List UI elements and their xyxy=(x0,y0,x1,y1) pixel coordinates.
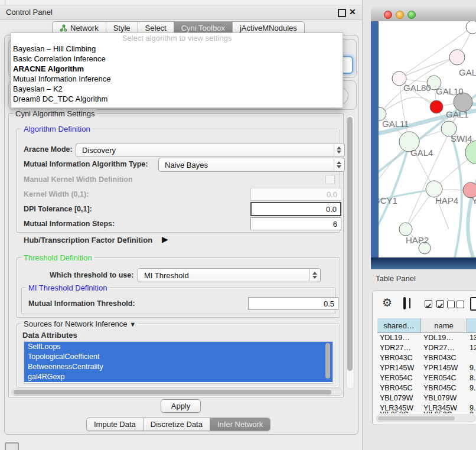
list-scrollbar-thumb[interactable] xyxy=(325,343,330,379)
node-label: GAL xyxy=(459,67,476,77)
table-horizontal-scrollbar[interactable] xyxy=(376,415,475,422)
settings-vertical-scrollbar[interactable] xyxy=(346,115,354,389)
scrollbar-thumb[interactable] xyxy=(14,390,331,394)
list-item[interactable]: BetweennessCentrality xyxy=(24,362,332,372)
cell: 9. xyxy=(470,363,476,373)
tab-infer-network[interactable]: Infer Network xyxy=(210,418,270,431)
tab-label: Infer Network xyxy=(217,420,263,429)
node[interactable] xyxy=(466,21,476,34)
node-label: GAL1 xyxy=(446,109,468,119)
dropdown-item[interactable]: Basic Correlation Inference xyxy=(11,54,343,64)
dropdown-item[interactable]: Bayesian – K2 xyxy=(11,84,343,94)
table-header-row: shared… name xyxy=(377,318,476,333)
dropdown-item[interactable]: Mutual Information Inference xyxy=(11,74,343,84)
panel-title: Control Panel xyxy=(6,8,53,17)
network-canvas[interactable]: GAL GAL80 GAL10 GAL1 GAL11 SWI4 GAL4 GCY… xyxy=(379,21,476,257)
kernel-width-label: Kernel Width (0,1): xyxy=(24,190,89,198)
document-icon[interactable] xyxy=(470,297,476,311)
node-hap4[interactable] xyxy=(426,181,442,197)
node-label: GAL80 xyxy=(403,83,431,93)
stepper-icon xyxy=(309,269,319,281)
hub-transcription-section-label[interactable]: Hub/Transcription Factor Definition xyxy=(24,236,152,244)
settings-group-title: Cyni Algorithm Settings xyxy=(13,109,97,118)
settings-horizontal-scrollbar[interactable] xyxy=(12,389,343,396)
split-columns-icon[interactable] xyxy=(403,297,406,309)
manual-kernel-width-checkbox[interactable] xyxy=(325,175,335,184)
close-traffic-light-icon[interactable] xyxy=(384,11,392,19)
expand-arrow-icon[interactable]: ▶ xyxy=(162,234,168,244)
table-body[interactable]: YDL19…YDL19…13 YDR27…YDR27…12 YBR043CYBR… xyxy=(377,333,476,413)
collapse-arrow-icon: ▼ xyxy=(129,321,136,328)
tab-label: Select xyxy=(145,24,167,32)
cell: YBL079W xyxy=(380,393,420,403)
node-hap2[interactable] xyxy=(399,223,412,236)
cell: YPR145W xyxy=(380,363,420,373)
apply-label: Apply xyxy=(171,402,191,410)
tab-discretize-data[interactable]: Discretize Data xyxy=(144,418,210,431)
dropdown-item-selected[interactable]: ARACNE Algorithm xyxy=(11,64,343,74)
close-icon[interactable]: ✕ xyxy=(349,7,356,17)
network-window-titlebar[interactable] xyxy=(371,6,476,22)
dropdown-item[interactable]: Dream8 DC_TDC Algorithm xyxy=(11,94,343,104)
apply-button[interactable]: Apply xyxy=(161,399,201,413)
table-panel-box: ⚙ shared… name YDL19…YDL19…13 YDR27…YDR2… xyxy=(372,291,476,425)
mi-threshold-field[interactable]: 0.5 xyxy=(248,297,338,310)
node-label: GCY1 xyxy=(379,195,397,206)
cell: YIL052C xyxy=(423,410,466,413)
column-header-shared-name[interactable]: shared… xyxy=(377,318,421,333)
field-value: 0.5 xyxy=(324,299,334,308)
zoom-traffic-light-icon[interactable] xyxy=(407,11,416,19)
mi-algorithm-type-select[interactable]: Naive Bayes xyxy=(158,158,345,172)
node-gal7[interactable] xyxy=(449,50,465,65)
field-value: 0.0 xyxy=(327,190,337,199)
window-edge-line xyxy=(5,0,5,5)
list-item[interactable]: SelfLoops xyxy=(24,342,332,352)
tab-label: Impute Data xyxy=(94,420,136,429)
which-threshold-select[interactable]: MI Threshold xyxy=(138,268,321,282)
algorithm-definition-title: Algorithm Definition xyxy=(21,125,93,133)
tab-impute-data[interactable]: Impute Data xyxy=(87,418,144,431)
screenshot-root: Control Panel ✕ Network Style Select xyxy=(0,0,476,450)
column-header-partial[interactable] xyxy=(467,318,476,333)
cell: YBR045C xyxy=(380,383,420,393)
node-gal1-selected[interactable] xyxy=(430,100,443,113)
tab-label: Cyni Toolbox xyxy=(181,24,225,32)
aracne-mode-select[interactable]: Discovery xyxy=(76,143,345,157)
aracne-mode-label: Aracne Mode: xyxy=(24,145,73,154)
node-label: HAP2 xyxy=(406,235,429,245)
data-attributes-label: Data Attributes xyxy=(22,331,77,340)
deselect-all-checkboxes-icon[interactable] xyxy=(447,300,464,311)
dropdown-item[interactable]: Bayesian – Hill Climbing xyxy=(11,44,343,54)
node-label: Y xyxy=(472,195,476,206)
float-window-icon[interactable] xyxy=(338,9,346,17)
select-all-checkboxes-icon[interactable] xyxy=(425,300,444,311)
network-view-frame: GAL GAL80 GAL10 GAL1 GAL11 SWI4 GAL4 GCY… xyxy=(371,21,476,269)
mi-steps-field[interactable]: 6 xyxy=(250,217,341,230)
cell: YDL19… xyxy=(380,333,420,343)
scrollbar-thumb[interactable] xyxy=(378,416,455,420)
sources-title-text: Sources for Network Inference xyxy=(24,319,128,328)
gear-icon[interactable]: ⚙ xyxy=(382,296,392,309)
node-green-large[interactable] xyxy=(465,141,476,164)
cell: YBR043C xyxy=(380,353,420,363)
field-value: 0.0 xyxy=(326,205,337,214)
kernel-width-field[interactable]: 0.0 xyxy=(250,188,341,201)
table-panel-title: Table Panel xyxy=(376,274,416,283)
cell: YDR27… xyxy=(380,343,420,353)
list-item[interactable]: gal4RGexp xyxy=(24,372,332,382)
dpi-tolerance-field[interactable]: 0.0 xyxy=(250,202,341,216)
tab-label: Style xyxy=(113,24,131,32)
minimize-traffic-light-icon[interactable] xyxy=(396,11,404,19)
data-attributes-list[interactable]: SelfLoops TopologicalCoefficient Between… xyxy=(24,341,333,384)
cell: YIL052C xyxy=(380,410,420,413)
minimized-panel-icon[interactable] xyxy=(5,442,19,450)
stepper-icon xyxy=(334,144,344,156)
node-label: GAL4 xyxy=(410,148,433,158)
list-item[interactable]: TopologicalCoefficient xyxy=(24,352,332,362)
cell: YDL19… xyxy=(423,333,466,343)
network-icon xyxy=(60,24,67,32)
column-header-name[interactable]: name xyxy=(421,318,467,333)
threshold-definition-title: Threshold Definition xyxy=(21,253,94,262)
sources-group-title[interactable]: Sources for Network Inference ▼ xyxy=(21,319,138,328)
scrollbar-thumb[interactable] xyxy=(347,117,353,371)
